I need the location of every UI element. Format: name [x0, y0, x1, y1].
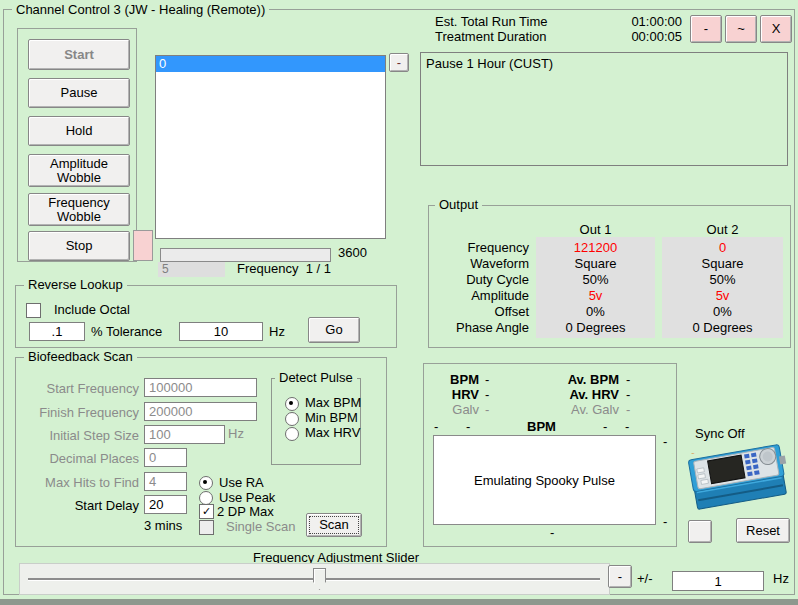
biofeedback-title: Biofeedback Scan [24, 350, 137, 364]
initial-step-unit-label: Hz [228, 427, 244, 441]
hold-button[interactable]: Hold [28, 116, 130, 146]
close-button[interactable]: X [760, 15, 792, 43]
output-row-label: Amplitude [429, 288, 529, 304]
use-peak-radio[interactable] [199, 491, 213, 505]
out1-phase-value: 0 Degrees [536, 320, 655, 336]
sync-status-label: Sync Off [695, 427, 745, 441]
out1-offset-value: 0% [536, 304, 655, 320]
min-bpm-radio[interactable] [285, 412, 299, 426]
scan-button[interactable]: Scan [306, 513, 362, 537]
sync-indicator-button[interactable] [688, 520, 712, 543]
output-row-label: Offset [429, 304, 529, 320]
start-frequency-label: Start Frequency [16, 380, 139, 397]
max-bpm-label: Max BPM [305, 396, 361, 410]
reset-button[interactable]: Reset [736, 518, 790, 543]
frequency-slider[interactable] [19, 563, 610, 595]
output-row-waveform: Waveform Square Square [429, 256, 790, 272]
plusminus-label: +/- [637, 572, 653, 586]
bpm-label: BPM [441, 373, 479, 387]
scan-time-label: 3 mins [144, 519, 182, 533]
reverse-lookup-frame: Reverse Lookup Include Octal .1 % Tolera… [15, 285, 397, 348]
progress-total-value: 3600 [338, 246, 367, 260]
list-collapse-button[interactable]: - [389, 53, 409, 72]
output-row-duty-cycle: Duty Cycle 50% 50% [429, 272, 790, 288]
bpm-value: - [485, 373, 489, 387]
finish-frequency-label: Finish Frequency [16, 404, 139, 421]
galv-value: - [485, 403, 489, 417]
wave-button[interactable]: ~ [725, 15, 757, 43]
hz-tolerance-input[interactable]: 10 [179, 322, 263, 341]
reverse-lookup-title: Reverse Lookup [24, 278, 127, 292]
pulse-chart-area: Emulating Spooky Pulse [433, 435, 656, 525]
go-button[interactable]: Go [308, 317, 360, 343]
out2-frequency-value: 0 [662, 240, 783, 256]
initial-step-size-input[interactable]: 100 [144, 425, 225, 444]
scale-top-value: - [663, 435, 667, 449]
av-hrv-label: Av. HRV [554, 388, 619, 402]
out1-frequency-value: 121200 [536, 240, 655, 256]
out1-header: Out 1 [536, 222, 655, 238]
pulse-chart-message: Emulating Spooky Pulse [474, 473, 615, 488]
step-unit-label: Hz [773, 572, 789, 586]
include-octal-label: Include Octal [54, 303, 130, 317]
hrv-label: HRV [441, 388, 479, 402]
start-frequency-input[interactable]: 100000 [144, 378, 257, 397]
output-title: Output [435, 198, 482, 212]
frequency-listbox[interactable]: 0 [155, 55, 386, 239]
start-delay-input[interactable]: 20 [144, 495, 187, 514]
tolerance-input[interactable]: .1 [29, 322, 85, 341]
two-dp-max-checkbox[interactable]: ✓ [199, 504, 214, 519]
step-size-input[interactable]: 1 [672, 571, 764, 591]
max-hrv-radio[interactable] [285, 427, 299, 441]
output-row-phase-angle: Phase Angle 0 Degrees 0 Degrees [429, 320, 790, 336]
max-bpm-radio[interactable] [285, 397, 299, 411]
axis-tick-right-2: - [625, 420, 629, 434]
initial-step-size-label: Initial Step Size [16, 427, 139, 444]
output-frame: Output Out 1 Out 2 Frequency 121200 0 Wa… [428, 205, 791, 348]
decimal-places-label: Decimal Places [16, 450, 139, 467]
slider-thumb[interactable] [313, 568, 326, 590]
decimal-places-input[interactable]: 0 [144, 448, 187, 467]
frequency-progress-bar [160, 248, 331, 262]
include-octal-checkbox[interactable] [26, 303, 41, 318]
status-message-box: Pause 1 Hour (CUST) [420, 52, 788, 166]
pulse-monitor-frame: BPM - Av. BPM - HRV - Av. HRV - Galv - A… [423, 363, 677, 547]
axis-tick-right-1: - [603, 420, 607, 434]
out2-phase-value: 0 Degrees [662, 320, 783, 336]
amplitude-wobble-button[interactable]: Amplitude Wobble [28, 154, 130, 187]
step-progress-box: 5 [158, 262, 225, 277]
frequency-wobble-button[interactable]: Frequency Wobble [28, 193, 130, 226]
generator-device-image: ~ [686, 440, 790, 514]
minimize-button[interactable]: - [690, 15, 722, 43]
out2-waveform-value: Square [662, 256, 783, 272]
window-title: Channel Control 3 (JW - Healing (Remote)… [12, 3, 269, 17]
frequency-list-selected-item[interactable]: 0 [156, 56, 385, 72]
max-hits-label: Max Hits to Find [16, 474, 139, 491]
pause-button[interactable]: Pause [28, 78, 130, 108]
detect-pulse-title: Detect Pulse [275, 371, 357, 385]
max-hits-input[interactable]: 4 [144, 472, 187, 491]
out1-waveform-value: Square [536, 256, 655, 272]
output-row-frequency: Frequency 121200 0 [429, 240, 790, 256]
slider-minus-button[interactable]: - [608, 565, 632, 588]
channel-control-window: Channel Control 3 (JW - Healing (Remote)… [0, 0, 798, 605]
est-total-run-time-value: 01:00:00 [620, 15, 682, 29]
tolerance-label: % Tolerance [91, 325, 162, 339]
stop-button[interactable]: Stop [28, 231, 130, 261]
frequency-position-label: Frequency 1 / 1 [237, 262, 331, 276]
start-button[interactable]: Start [28, 39, 130, 70]
finish-frequency-input[interactable]: 200000 [144, 402, 257, 421]
av-bpm-value: - [626, 373, 630, 387]
out2-duty-value: 50% [662, 272, 783, 288]
output-row-label: Waveform [429, 256, 529, 272]
two-dp-max-label: 2 DP Max [217, 505, 274, 519]
av-bpm-label: Av. BPM [554, 373, 619, 387]
use-ra-radio[interactable] [199, 476, 213, 490]
single-scan-label: Single Scan [226, 520, 295, 534]
status-message-text: Pause 1 Hour (CUST) [426, 56, 553, 71]
av-galv-label: Av. Galv [554, 403, 619, 417]
hrv-value: - [485, 388, 489, 402]
output-row-amplitude: Amplitude 5v 5v [429, 288, 790, 304]
out2-amplitude-value: 5v [662, 288, 783, 304]
treatment-duration-label: Treatment Duration [435, 30, 547, 44]
